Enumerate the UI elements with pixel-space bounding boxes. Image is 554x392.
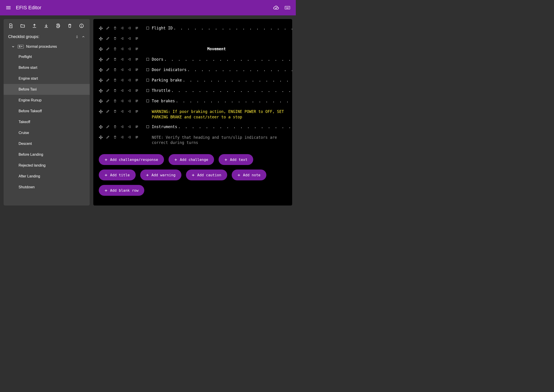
edit-icon[interactable]: [106, 125, 110, 129]
indent-icon[interactable]: [128, 89, 132, 93]
add-caution-button[interactable]: +Add caution: [186, 169, 227, 180]
menu-icon[interactable]: [6, 5, 11, 11]
delete-icon[interactable]: [67, 23, 72, 28]
align-icon[interactable]: [135, 89, 139, 93]
sidebar-item[interactable]: Preflight: [4, 51, 90, 62]
delete-icon[interactable]: [113, 57, 117, 62]
move-icon[interactable]: [99, 89, 103, 93]
indent-icon[interactable]: [128, 110, 132, 114]
sidebar-item[interactable]: After Landing: [4, 171, 90, 182]
sidebar-item[interactable]: Before Takeoff: [4, 106, 90, 117]
indent-icon[interactable]: [128, 135, 132, 140]
sidebar-item[interactable]: Rejected landing: [4, 160, 90, 171]
delete-icon[interactable]: [113, 78, 117, 82]
outdent-icon[interactable]: [121, 68, 125, 72]
edit-icon[interactable]: [106, 99, 110, 103]
align-icon[interactable]: [135, 68, 139, 72]
sidebar-item[interactable]: Before Landing: [4, 149, 90, 160]
outdent-icon[interactable]: [121, 135, 125, 140]
edit-icon[interactable]: [106, 37, 110, 41]
align-icon[interactable]: [135, 99, 139, 103]
checkbox-icon[interactable]: [146, 27, 149, 29]
checkbox-icon[interactable]: [146, 125, 149, 128]
sidebar-item[interactable]: Takeoff: [4, 117, 90, 127]
edit-icon[interactable]: [106, 89, 110, 93]
download-icon[interactable]: [43, 23, 49, 28]
delete-icon[interactable]: [113, 125, 117, 129]
collapse-icon[interactable]: [82, 35, 85, 39]
indent-icon[interactable]: [128, 37, 132, 41]
edit-icon[interactable]: [106, 47, 110, 51]
add-warning-button[interactable]: +Add warning: [140, 169, 181, 180]
delete-icon[interactable]: [113, 135, 117, 140]
align-icon[interactable]: [135, 57, 139, 62]
sidebar-item[interactable]: Shutdown: [4, 182, 90, 193]
checkbox-icon[interactable]: [146, 58, 149, 61]
keyboard-icon[interactable]: [284, 5, 290, 11]
move-icon[interactable]: [99, 37, 103, 41]
add-note-button[interactable]: +Add note: [232, 169, 266, 180]
add-challenge-response-button[interactable]: +Add challenge/response: [99, 154, 164, 165]
indent-icon[interactable]: [128, 26, 132, 30]
delete-icon[interactable]: [113, 68, 117, 72]
add-blank-row-button[interactable]: +Add blank row: [99, 185, 144, 196]
outdent-icon[interactable]: [121, 125, 125, 129]
sort-icon[interactable]: [75, 35, 79, 39]
move-icon[interactable]: [99, 68, 103, 72]
edit-icon[interactable]: [106, 26, 110, 30]
outdent-icon[interactable]: [121, 26, 125, 30]
move-icon[interactable]: [99, 135, 103, 140]
delete-icon[interactable]: [113, 37, 117, 41]
checkbox-icon[interactable]: [146, 89, 149, 92]
upload-icon[interactable]: [32, 23, 37, 28]
edit-icon[interactable]: [106, 78, 110, 82]
move-icon[interactable]: [99, 99, 103, 103]
sidebar-item[interactable]: Engine Runup: [4, 95, 90, 106]
outdent-icon[interactable]: [121, 110, 125, 114]
align-icon[interactable]: [135, 37, 139, 41]
delete-icon[interactable]: [113, 26, 117, 30]
edit-icon[interactable]: [106, 57, 110, 62]
sidebar-item[interactable]: Cruise: [4, 127, 90, 138]
add-text-button[interactable]: +Add text: [219, 154, 253, 165]
align-icon[interactable]: [135, 110, 139, 114]
edit-icon[interactable]: [106, 135, 110, 140]
outdent-icon[interactable]: [121, 57, 125, 62]
outdent-icon[interactable]: [121, 78, 125, 82]
add-title-button[interactable]: +Add title: [99, 169, 136, 180]
move-icon[interactable]: [99, 125, 103, 129]
new-file-icon[interactable]: [8, 23, 14, 28]
indent-icon[interactable]: [128, 125, 132, 129]
move-icon[interactable]: [99, 78, 103, 82]
outdent-icon[interactable]: [121, 89, 125, 93]
sidebar-item[interactable]: Engine start: [4, 73, 90, 84]
open-folder-icon[interactable]: [20, 23, 25, 28]
delete-icon[interactable]: [113, 47, 117, 51]
indent-icon[interactable]: [128, 47, 132, 51]
align-icon[interactable]: [135, 78, 139, 82]
move-icon[interactable]: [99, 57, 103, 62]
indent-icon[interactable]: [128, 57, 132, 62]
print-icon[interactable]: [55, 23, 61, 28]
sidebar-item[interactable]: Descent: [4, 138, 90, 149]
align-icon[interactable]: [135, 135, 139, 140]
add-challenge-button[interactable]: +Add challenge: [169, 154, 214, 165]
indent-icon[interactable]: [128, 68, 132, 72]
align-icon[interactable]: [135, 47, 139, 51]
cloud-sync-icon[interactable]: [273, 5, 279, 11]
move-icon[interactable]: [99, 26, 103, 30]
align-icon[interactable]: [135, 26, 139, 30]
tree-group-normal[interactable]: N Normal procedures: [4, 42, 90, 51]
delete-icon[interactable]: [113, 99, 117, 103]
delete-icon[interactable]: [113, 110, 117, 114]
indent-icon[interactable]: [128, 99, 132, 103]
checkbox-icon[interactable]: [146, 100, 149, 102]
sidebar-item[interactable]: Before start: [4, 62, 90, 73]
outdent-icon[interactable]: [121, 99, 125, 103]
sidebar-item[interactable]: Before Taxi: [4, 84, 90, 95]
outdent-icon[interactable]: [121, 47, 125, 51]
edit-icon[interactable]: [106, 68, 110, 72]
align-icon[interactable]: [135, 125, 139, 129]
indent-icon[interactable]: [128, 78, 132, 82]
move-icon[interactable]: [99, 110, 103, 114]
